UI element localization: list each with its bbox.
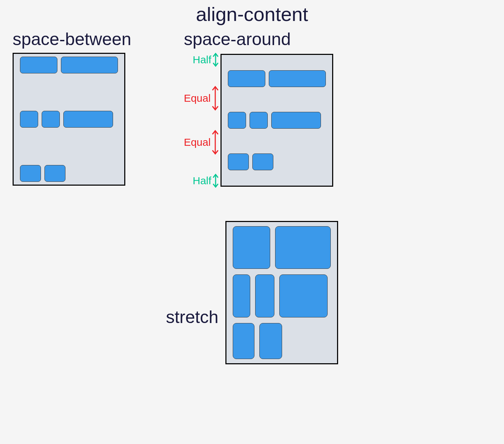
flex-item	[61, 57, 118, 73]
flex-item	[275, 226, 331, 269]
flex-row	[233, 226, 331, 269]
flex-item	[20, 57, 57, 73]
flex-row	[20, 165, 118, 182]
flex-row	[20, 57, 118, 73]
flex-row	[228, 153, 326, 170]
label-space-between: space-between	[13, 29, 131, 49]
annotation-text: Equal	[184, 136, 211, 148]
flex-item	[233, 323, 254, 359]
flex-row	[233, 323, 331, 359]
flex-item	[20, 165, 41, 182]
flex-item	[233, 274, 250, 317]
double-arrow-icon	[211, 130, 219, 155]
flex-item	[44, 165, 65, 182]
flex-item	[63, 111, 113, 128]
top-row: space-between space-around Half	[0, 29, 504, 188]
annotation-equal-1: Equal	[184, 86, 219, 111]
flex-item	[228, 153, 249, 170]
annotations: Half Equal Equal	[184, 53, 220, 188]
flex-row	[228, 112, 326, 129]
flex-item	[252, 153, 273, 170]
example-space-around: space-around Half Equal	[184, 29, 333, 188]
label-space-around: space-around	[184, 29, 333, 49]
flex-item	[269, 70, 326, 87]
flex-item	[259, 323, 282, 359]
flex-item	[250, 112, 268, 129]
annotation-text: Half	[193, 175, 211, 187]
annotation-half-bottom: Half	[193, 174, 219, 188]
flex-row	[228, 70, 326, 87]
flex-item	[255, 274, 274, 317]
bottom-row: stretch	[0, 221, 504, 364]
flex-item	[20, 111, 38, 128]
flex-item	[271, 112, 321, 129]
diagram-title: align-content	[0, 0, 504, 29]
annotation-equal-2: Equal	[184, 130, 219, 155]
around-wrapper: Half Equal Equal	[184, 53, 333, 188]
flex-item	[42, 111, 60, 128]
example-space-between: space-between	[13, 29, 131, 188]
annotation-half-top: Half	[193, 53, 219, 67]
label-stretch: stretch	[166, 307, 218, 327]
flex-item	[228, 70, 265, 87]
flex-item	[233, 226, 270, 269]
flex-row	[233, 274, 331, 317]
annotation-text: Half	[193, 54, 211, 66]
flex-row	[20, 111, 118, 128]
annotation-text: Equal	[184, 92, 211, 104]
double-arrow-icon	[212, 174, 219, 188]
container-space-between	[13, 53, 125, 186]
container-space-around	[220, 54, 333, 187]
double-arrow-icon	[212, 53, 219, 67]
double-arrow-icon	[211, 86, 219, 111]
flex-item	[228, 112, 246, 129]
flex-item	[279, 274, 328, 317]
container-stretch	[225, 221, 338, 364]
